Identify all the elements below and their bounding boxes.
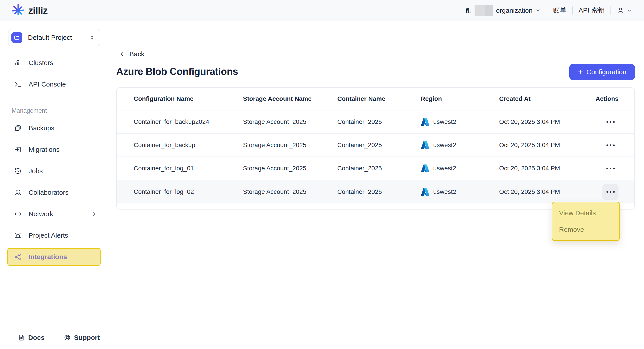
cell-storage-account-name: Storage Account_2025	[243, 188, 337, 196]
top-bar: zilliz organization 账单 API 密钥	[0, 0, 644, 21]
cell-region: uswest2	[421, 164, 499, 173]
configurations-table: Configuration Name Storage Account Name …	[116, 87, 635, 210]
col-container-name: Container Name	[337, 95, 421, 102]
cell-container-name: Container_2025	[337, 165, 421, 172]
sidebar: Default Project Clusters API Console Man…	[0, 21, 107, 349]
cell-storage-account-name: Storage Account_2025	[243, 165, 337, 172]
cell-created-at: Oct 20, 2025 3:04 PM	[499, 188, 595, 196]
sidebar-nav-primary: Clusters API Console	[0, 52, 107, 95]
docs-link[interactable]: Docs	[18, 334, 44, 342]
organization-switcher[interactable]: organization	[465, 5, 541, 16]
cell-container-name: Container_2025	[337, 142, 421, 149]
divider	[572, 6, 573, 14]
azure-icon	[421, 118, 430, 126]
project-folder-icon	[12, 32, 22, 43]
cell-configuration-name: Container_for_log_02	[134, 188, 243, 196]
sidebar-nav-management: Backups Migrations Jobs Collaborator	[0, 118, 107, 268]
back-button[interactable]: Back	[119, 50, 144, 58]
top-bar-right: organization 账单 API 密钥	[465, 5, 632, 16]
sidebar-item-jobs[interactable]: Jobs	[0, 160, 107, 182]
arrows-icon	[14, 210, 22, 218]
divider	[54, 334, 54, 342]
chevron-left-icon	[119, 51, 126, 57]
cell-configuration-name: Container_for_log_01	[134, 165, 243, 172]
clusters-icon	[14, 59, 22, 67]
document-icon	[18, 334, 25, 341]
sidebar-item-backups[interactable]: Backups	[0, 118, 107, 139]
support-link[interactable]: Support	[64, 334, 100, 342]
sidebar-item-project-alerts[interactable]: Project Alerts	[0, 225, 107, 246]
plus-icon: +	[578, 68, 583, 76]
page-title: Azure Blob Configurations	[116, 66, 238, 77]
zilliz-starburst-icon	[11, 3, 25, 18]
migrate-icon	[14, 146, 22, 154]
chevron-down-icon	[535, 8, 541, 14]
chevron-right-icon	[91, 211, 98, 217]
cell-configuration-name: Container_for_backup2024	[134, 118, 243, 126]
cell-storage-account-name: Storage Account_2025	[243, 142, 337, 149]
azure-icon	[421, 141, 430, 150]
table-header-row: Configuration Name Storage Account Name …	[117, 88, 634, 110]
col-region: Region	[421, 95, 499, 102]
share-icon	[14, 253, 22, 261]
cell-region: uswest2	[421, 141, 499, 150]
cell-configuration-name: Container_for_backup	[134, 142, 243, 149]
azure-icon	[421, 187, 430, 196]
cell-container-name: Container_2025	[337, 118, 421, 126]
divider	[610, 6, 611, 14]
billing-link[interactable]: 账单	[553, 6, 566, 15]
history-clock-icon	[14, 167, 22, 175]
copy-icon	[14, 124, 22, 132]
chevron-down-icon	[626, 8, 632, 14]
row-actions-menu: View Details Remove	[552, 202, 620, 241]
project-selector[interactable]: Default Project	[8, 29, 100, 46]
table-row: Container_for_log_02 Storage Account_202…	[117, 180, 634, 204]
azure-icon	[421, 164, 430, 173]
main-content: Back Azure Blob Configurations + Configu…	[107, 21, 644, 349]
org-label: organization	[496, 7, 532, 14]
table-row: Container_for_backup Storage Account_202…	[117, 134, 634, 157]
user-menu[interactable]	[617, 7, 632, 14]
table-row: Container_for_backup2024 Storage Account…	[117, 110, 634, 134]
cell-container-name: Container_2025	[337, 188, 421, 196]
cell-created-at: Oct 20, 2025 3:04 PM	[499, 142, 595, 149]
sidebar-item-clusters[interactable]: Clusters	[0, 52, 107, 74]
project-selector-label: Default Project	[28, 34, 89, 41]
col-actions: Actions	[596, 95, 618, 102]
people-icon	[14, 188, 22, 196]
sidebar-item-api-console[interactable]: API Console	[0, 74, 107, 95]
add-configuration-button[interactable]: + Configuration	[569, 64, 635, 80]
org-name-redacted	[474, 5, 493, 16]
row-actions-button[interactable]	[602, 114, 618, 130]
sidebar-footer: Docs Support	[18, 334, 100, 342]
building-icon	[465, 7, 472, 14]
sidebar-item-integrations[interactable]: Integrations	[8, 248, 100, 266]
sidebar-item-migrations[interactable]: Migrations	[0, 139, 107, 160]
siren-icon	[14, 232, 22, 240]
zilliz-logo[interactable]: zilliz	[11, 3, 48, 18]
divider	[547, 6, 547, 14]
cell-region: uswest2	[421, 118, 499, 126]
col-storage-account-name: Storage Account Name	[243, 95, 337, 102]
select-expand-icon	[89, 35, 95, 40]
cell-storage-account-name: Storage Account_2025	[243, 118, 337, 126]
cell-region: uswest2	[421, 187, 499, 196]
sidebar-item-network[interactable]: Network	[0, 203, 107, 225]
table-row: Container_for_log_01 Storage Account_202…	[117, 157, 634, 180]
terminal-icon	[14, 80, 22, 88]
row-actions-button[interactable]	[602, 160, 618, 176]
menu-item-remove[interactable]: Remove	[552, 221, 619, 238]
menu-item-view-details[interactable]: View Details	[552, 205, 619, 221]
row-actions-button[interactable]	[602, 137, 618, 153]
row-actions-button-open[interactable]	[602, 184, 618, 200]
app-window: zilliz organization 账单 API 密钥	[0, 0, 644, 349]
brand-wordmark: zilliz	[28, 5, 48, 16]
col-created-at: Created At	[499, 95, 595, 102]
sidebar-item-collaborators[interactable]: Collaborators	[0, 182, 107, 203]
col-configuration-name: Configuration Name	[134, 95, 243, 102]
lifebuoy-icon	[64, 334, 71, 341]
user-icon	[617, 7, 624, 14]
api-keys-link[interactable]: API 密钥	[578, 6, 605, 15]
cell-created-at: Oct 20, 2025 3:04 PM	[499, 165, 595, 172]
management-section-label: Management	[12, 107, 47, 114]
